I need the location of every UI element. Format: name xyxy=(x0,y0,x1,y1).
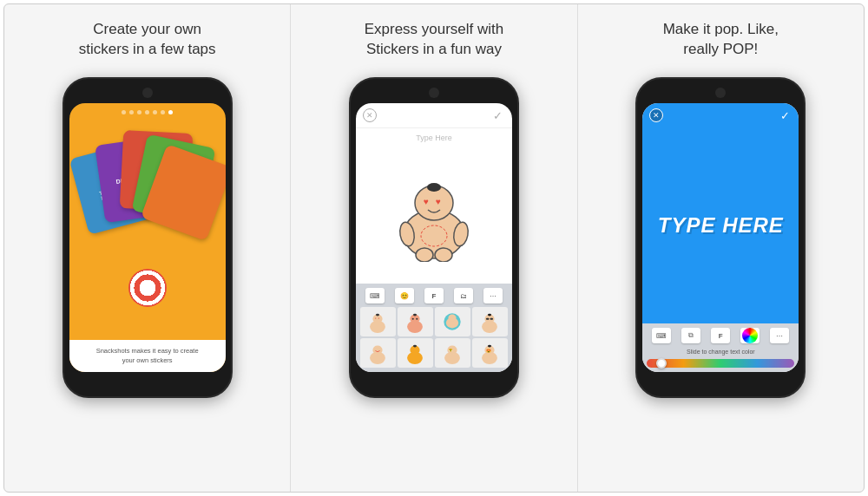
slider-thumb[interactable] xyxy=(656,358,667,369)
color-wheel-icon xyxy=(742,328,758,343)
thumb-5[interactable] xyxy=(360,338,396,368)
dot-3 xyxy=(137,110,141,114)
svg-point-22 xyxy=(449,315,457,322)
screen3-keyboard: ⌨ ⧉ F ⋯ Slide to change text color xyxy=(642,323,799,372)
thumb-4[interactable] xyxy=(472,307,508,336)
slider-label: Slide to change text color xyxy=(647,347,794,356)
screen3-check-icon[interactable]: ✓ xyxy=(778,108,792,122)
thumb-3[interactable] xyxy=(435,307,470,336)
emoji-icon[interactable]: 😊 xyxy=(395,288,414,303)
panel-2-title: Express yourself withStickers in a fun w… xyxy=(365,20,504,65)
svg-point-2 xyxy=(427,183,441,192)
svg-rect-27 xyxy=(490,318,493,320)
sticker-display-area: ♥ ♥ xyxy=(356,144,512,284)
pagination-dots xyxy=(122,110,173,114)
svg-text:😍: 😍 xyxy=(486,348,491,354)
svg-point-29 xyxy=(373,346,383,355)
phone-1: SUC THAT SAVEME CANCE DELICIOUS!! WHAT U… xyxy=(62,77,233,398)
font-icon[interactable]: F xyxy=(424,288,444,303)
phone-3-screen: ✕ ✓ TYPE HERE ⌨ ⧉ F xyxy=(642,103,799,372)
svg-point-32 xyxy=(413,345,417,348)
thumb-8[interactable]: 😍 xyxy=(472,338,508,368)
thumb-6[interactable] xyxy=(398,338,433,368)
check-icon[interactable]: ✓ xyxy=(491,108,505,122)
thumb-1[interactable]: ♥ ♥ xyxy=(360,307,396,336)
sticker-thumbnails: ♥ ♥ xyxy=(360,307,508,368)
phone-1-screen: SUC THAT SAVEME CANCE DELICIOUS!! WHAT U… xyxy=(69,103,226,372)
sticker-stack: SUC THAT SAVEME CANCE DELICIOUS!! WHAT U… xyxy=(78,123,217,262)
svg-point-19 xyxy=(417,318,418,320)
screen2: ✕ ✓ Type Here ♥ xyxy=(356,103,512,372)
svg-text:♥: ♥ xyxy=(436,197,441,206)
screen3-keyboard-icon[interactable]: ⌨ xyxy=(652,328,671,343)
dot-7-active xyxy=(168,110,173,114)
screen3-main: TYPE HERE xyxy=(642,127,799,323)
svg-rect-26 xyxy=(487,318,490,320)
phone-3: ✕ ✓ TYPE HERE ⌨ ⧉ F xyxy=(635,77,806,398)
screen3-copy-icon[interactable]: ⧉ xyxy=(681,328,700,343)
screen3-font-icon[interactable]: F xyxy=(711,328,730,343)
screen3-kb-icons-row: ⌨ ⧉ F ⋯ xyxy=(647,328,794,343)
panel-1: Create your ownstickers in a few taps xyxy=(4,4,291,492)
candy-icon xyxy=(128,269,167,307)
phone-2: ✕ ✓ Type Here ♥ xyxy=(349,77,519,398)
close-icon[interactable]: ✕ xyxy=(363,108,377,122)
svg-point-38 xyxy=(488,345,491,348)
phone-2-screen: ✕ ✓ Type Here ♥ xyxy=(356,103,512,372)
screen2-toolbar: ✕ ✓ xyxy=(356,103,512,128)
sumo-sticker: ♥ ♥ xyxy=(395,166,473,262)
color-slider[interactable] xyxy=(647,359,794,368)
panel-2: Express yourself withStickers in a fun w… xyxy=(291,4,577,492)
screen3-close-icon[interactable]: ✕ xyxy=(649,108,663,122)
dot-5 xyxy=(153,110,157,114)
screen3-toolbar: ✕ ✓ xyxy=(642,103,799,127)
app-container: Create your ownstickers in a few taps xyxy=(3,3,865,493)
screen2-keyboard: ⌨ 😊 F 🗂 ⋯ xyxy=(356,284,512,372)
screen3-color-icon[interactable] xyxy=(740,328,760,343)
dot-6 xyxy=(161,110,165,114)
screen1-footer: Snackshots makes it easy to createyour o… xyxy=(69,340,226,372)
screen1: SUC THAT SAVEME CANCE DELICIOUS!! WHAT U… xyxy=(69,103,226,372)
svg-text:♥: ♥ xyxy=(424,197,429,206)
svg-point-18 xyxy=(412,318,414,320)
svg-point-25 xyxy=(488,314,491,317)
dot-2 xyxy=(129,110,134,114)
type-hint: Type Here xyxy=(356,128,512,144)
thumb-7[interactable]: 😤 xyxy=(435,338,470,368)
keyboard-icons-row: ⌨ 😊 F 🗂 ⋯ xyxy=(360,288,508,303)
svg-point-17 xyxy=(413,314,417,317)
pop-text: TYPE HERE xyxy=(658,213,784,238)
svg-point-12 xyxy=(376,314,379,317)
sticker-icon[interactable]: 🗂 xyxy=(454,288,473,303)
svg-point-8 xyxy=(416,248,433,262)
extra-icon[interactable]: ⋯ xyxy=(483,288,503,303)
keyboard-icon-1[interactable]: ⌨ xyxy=(365,288,385,303)
dot-1 xyxy=(122,110,126,114)
panel-3-title: Make it pop. Like,really POP! xyxy=(663,20,779,65)
svg-point-9 xyxy=(435,248,452,262)
thumb-2[interactable] xyxy=(398,307,433,336)
panel-3: Make it pop. Like,really POP! ✕ ✓ TYPE H… xyxy=(578,4,864,492)
panel-1-title: Create your ownstickers in a few taps xyxy=(79,20,216,65)
screen3: ✕ ✓ TYPE HERE ⌨ ⧉ F xyxy=(642,103,799,372)
screen3-more-icon[interactable]: ⋯ xyxy=(770,328,789,343)
dot-4 xyxy=(145,110,149,114)
